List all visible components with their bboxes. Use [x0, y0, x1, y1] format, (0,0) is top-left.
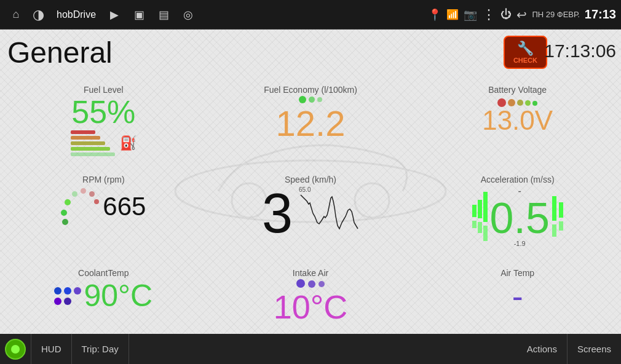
hud-button[interactable]: HUD	[31, 334, 72, 364]
cool-dot-5	[64, 298, 71, 305]
status-circle-inner	[11, 345, 20, 354]
accel-bar-4	[478, 222, 482, 233]
accel-bar-2	[472, 221, 477, 228]
rpm-dot-4	[72, 191, 77, 197]
fuel-bar-5	[71, 130, 95, 134]
wifi-icon: 📶	[446, 9, 459, 20]
air-temp-label: Air Temp	[500, 268, 534, 278]
speed-chart: 65.0	[298, 186, 359, 250]
history-icon[interactable]: ◑	[27, 4, 49, 26]
rpm-dot-2	[61, 210, 67, 216]
svg-text:65.0: 65.0	[299, 186, 311, 193]
circle-indicator	[0, 334, 31, 364]
location-icon: 📍	[428, 8, 441, 22]
check-label: CHECK	[513, 57, 537, 64]
int-dot-3	[318, 281, 325, 287]
battery-voltage-value: 13.0V	[482, 107, 553, 134]
status-right: 📍 📶 📷 ⋮ ⏻ ↩ ПН 29 ФЕВР. 17:13	[428, 7, 616, 23]
accel-bars	[472, 192, 488, 241]
steering-icon[interactable]: ◎	[177, 4, 199, 26]
status-circle	[5, 339, 26, 360]
intake-air-cell: Intake Air 10°C	[207, 262, 414, 334]
nav-icons: ▶ ▣ ▤ ◎	[103, 4, 199, 26]
economy-dots	[299, 96, 322, 103]
rpm-dot-7	[94, 199, 99, 204]
int-dot-2	[308, 280, 315, 288]
image-icon[interactable]: ▣	[128, 4, 150, 26]
bottom-toolbar: HUD Trip: Day Actions Screens	[0, 334, 621, 364]
acceleration-container: - 0.5 -1.9	[472, 186, 563, 247]
eco-dot-2	[309, 97, 315, 103]
fuel-bar-3	[71, 141, 105, 145]
play-icon[interactable]: ▶	[103, 4, 125, 26]
sensor-grid: Fuel Level 55% ⛽ Fuel Economy (l/100km)	[0, 79, 621, 334]
status-bar: ⌂ ◑ hobDrive ▶ ▣ ▤ ◎ 📍 📶 📷 ⋮ ⏻ ↩ ПН 29 Ф…	[0, 0, 621, 30]
coolant-container: 90°C	[54, 280, 152, 311]
menu-icon[interactable]: ⋮	[482, 7, 496, 23]
acceleration-cell: Acceleration (m/ss)	[414, 168, 621, 262]
acceleration-label: Acceleration (m/ss)	[481, 175, 555, 184]
status-time: 17:13	[585, 7, 616, 22]
check-engine-badge[interactable]: 🔧 CHECK	[504, 36, 547, 69]
intake-dots	[296, 279, 325, 288]
camera-icon: 📷	[464, 8, 477, 22]
main-content: General 🔧 CHECK 17:13:06 Fuel Level 55% …	[0, 30, 621, 334]
back-icon[interactable]: ↩	[516, 7, 527, 22]
fuel-bar-2	[71, 147, 110, 151]
cool-dot-2	[64, 287, 71, 295]
accel-bar-7	[552, 196, 556, 221]
accel-bar-6	[483, 226, 488, 241]
intake-air-value: 10°C	[274, 290, 348, 323]
toolbar-spacer	[129, 334, 517, 364]
intake-air-label: Intake Air	[293, 268, 328, 278]
status-date: ПН 29 ФЕВР.	[532, 10, 579, 19]
cool-dot-3	[74, 287, 81, 295]
fuel-gauge: ⛽	[71, 130, 136, 156]
fuel-pump-icon: ⛽	[120, 135, 136, 151]
screens-button[interactable]: Screens	[568, 334, 621, 364]
rpm-value: 665	[103, 194, 146, 220]
air-temp-value: -	[512, 279, 523, 312]
rpm-dot-3	[65, 199, 71, 205]
rpm-dot-6	[89, 191, 95, 197]
actions-button[interactable]: Actions	[517, 334, 568, 364]
screens-label: Screens	[577, 344, 611, 354]
fuel-bars	[71, 130, 115, 156]
actions-label: Actions	[527, 344, 557, 354]
fuel-level-cell: Fuel Level 55% ⛽	[0, 79, 207, 168]
eco-dot-3	[317, 97, 322, 102]
fuel-level-value: 55%	[71, 96, 135, 128]
trip-button[interactable]: Trip: Day	[72, 334, 129, 364]
rpm-dots-container	[61, 188, 98, 225]
app-title: hobDrive	[57, 9, 96, 20]
rpm-cell: RPM (rpm) 665	[0, 168, 207, 262]
trip-label: Trip: Day	[82, 344, 119, 354]
eco-dot-1	[299, 96, 306, 103]
home-icon[interactable]: ⌂	[5, 4, 27, 26]
fuel-level-label: Fuel Level	[84, 85, 124, 95]
coolant-temp-cell: CoolantTemp 90°C	[0, 262, 207, 334]
air-temp-cell: Air Temp -	[414, 262, 621, 334]
record-icon[interactable]: ▤	[152, 4, 175, 26]
fuel-economy-value: 12.2	[276, 106, 346, 141]
battery-voltage-label: Battery Voltage	[488, 85, 547, 95]
time-display: 17:13:06	[544, 41, 616, 61]
fuel-bar-4	[71, 136, 100, 140]
power-icon[interactable]: ⏻	[500, 8, 512, 21]
check-engine-icon: 🔧	[517, 41, 534, 57]
accel-bar-8	[552, 224, 556, 237]
rpm-dot-5	[81, 188, 86, 194]
accel-bar-5	[483, 192, 488, 222]
page-title: General	[7, 36, 113, 69]
accel-bar-9	[559, 202, 563, 218]
fuel-economy-label: Fuel Economy (l/100km)	[264, 85, 357, 95]
accel-bar-1	[472, 205, 477, 217]
coolant-dots	[54, 287, 81, 305]
coolant-temp-label: CoolantTemp	[78, 268, 129, 278]
cool-dot-4	[54, 298, 61, 305]
accel-bar-10	[559, 221, 563, 231]
speed-cell: Speed (km/h) 3 65.0	[207, 168, 414, 262]
hud-label: HUD	[41, 344, 61, 354]
coolant-temp-value: 90°C	[84, 280, 152, 311]
speed-container: 3 65.0	[262, 186, 359, 250]
